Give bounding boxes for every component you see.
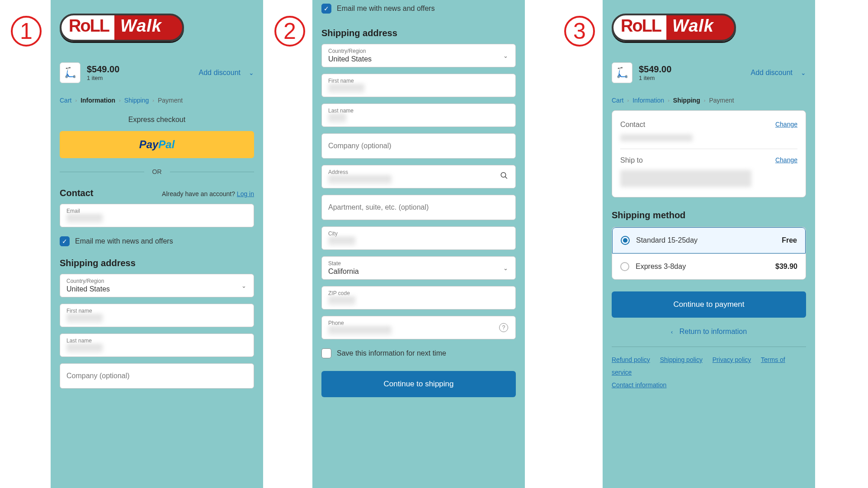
- country-select[interactable]: Country/Region United States ⌄: [60, 274, 254, 297]
- order-item-count: 1 item: [639, 75, 671, 81]
- state-select[interactable]: State California ⌄: [321, 256, 516, 280]
- review-shipto-label: Ship to: [620, 156, 643, 164]
- radio-selected-icon: [621, 236, 630, 245]
- order-summary: 🛴 $549.00 1 item Add discount ⌄: [60, 57, 254, 89]
- save-info-label: Save this information for next time: [337, 349, 446, 357]
- logo-text-walk: Walk: [120, 16, 162, 36]
- breadcrumb: Cart › Information › Shipping › Payment: [51, 89, 263, 110]
- shipping-method-heading: Shipping method: [612, 210, 806, 221]
- review-card: Contact Change Ship to Change: [612, 110, 806, 197]
- chevron-left-icon: ‹: [671, 328, 673, 335]
- help-icon[interactable]: ?: [499, 323, 508, 332]
- news-checkbox[interactable]: ✓: [321, 4, 331, 14]
- crumb-shipping[interactable]: Shipping: [124, 97, 149, 104]
- chevron-down-icon: ⌄: [503, 52, 508, 59]
- svg-line-1: [505, 177, 507, 179]
- paypal-button[interactable]: PayPal: [60, 131, 254, 158]
- radio-unselected-icon: [620, 262, 629, 271]
- review-shipto-value: [620, 170, 751, 187]
- return-to-information-link[interactable]: ‹ Return to information: [603, 318, 815, 340]
- login-link[interactable]: Log in: [237, 190, 254, 197]
- email-field[interactable]: Email: [60, 204, 254, 227]
- footer-links: Refund policy Shipping policy Privacy po…: [603, 353, 815, 391]
- chevron-down-icon: ⌄: [801, 69, 806, 76]
- continue-to-shipping-button[interactable]: Continue to shipping: [321, 371, 516, 397]
- chevron-down-icon: ⌄: [503, 265, 508, 272]
- shipping-policy-link[interactable]: Shipping policy: [660, 356, 703, 363]
- crumb-shipping: Shipping: [673, 97, 700, 104]
- logo-text-roll: RoLL: [69, 16, 109, 36]
- step-badge-2: 2: [274, 16, 305, 47]
- logo: RoLL Walk: [51, 0, 263, 52]
- contact-heading: Contact: [60, 188, 93, 198]
- step-badge-3: 3: [564, 16, 595, 47]
- shipping-address-heading: Shipping address: [321, 28, 397, 38]
- add-discount-link[interactable]: Add discount ⌄: [750, 69, 806, 77]
- address-field[interactable]: Address: [321, 165, 516, 188]
- svg-point-0: [501, 173, 506, 178]
- company-field[interactable]: Company (optional): [321, 133, 516, 159]
- shipping-option-price: $39.90: [775, 263, 797, 271]
- news-checkbox-label: Email me with news and offers: [337, 5, 435, 13]
- review-contact-label: Contact: [620, 121, 645, 129]
- crumb-cart[interactable]: Cart: [612, 97, 623, 104]
- shipping-address-heading: Shipping address: [60, 258, 136, 268]
- first-name-field[interactable]: First name: [321, 74, 516, 97]
- contact-info-link[interactable]: Contact information: [612, 381, 666, 389]
- crumb-cart[interactable]: Cart: [60, 97, 71, 104]
- save-info-checkbox[interactable]: [321, 348, 331, 358]
- shipping-option-standard[interactable]: Standard 15-25day Free: [612, 227, 806, 253]
- city-field[interactable]: City: [321, 226, 516, 250]
- zip-field[interactable]: ZIP code: [321, 286, 516, 310]
- step-badge-1: 1: [11, 16, 42, 47]
- crumb-information: Information: [80, 97, 115, 104]
- news-checkbox-label: Email me with news and offers: [75, 237, 173, 245]
- apartment-field[interactable]: Apartment, suite, etc. (optional): [321, 195, 516, 220]
- phone-field[interactable]: Phone ?: [321, 316, 516, 339]
- express-checkout-label: Express checkout: [51, 110, 263, 131]
- order-price: $549.00: [87, 64, 119, 75]
- review-contact-value: [620, 134, 693, 141]
- first-name-field[interactable]: First name: [60, 304, 254, 327]
- change-shipto-link[interactable]: Change: [775, 156, 797, 164]
- last-name-field[interactable]: Last name: [60, 333, 254, 357]
- product-thumbnail: 🛴: [612, 62, 632, 83]
- logo: RoLL Walk: [603, 0, 815, 52]
- logo-text-roll: RoLL: [621, 16, 661, 36]
- news-checkbox[interactable]: ✓: [60, 236, 70, 246]
- crumb-payment: Payment: [709, 97, 734, 104]
- login-prompt: Already have an account? Log in: [162, 190, 254, 197]
- checkout-panel-address-form: ✓ Email me with news and offers Shipping…: [312, 0, 525, 488]
- chevron-down-icon: ⌄: [249, 69, 254, 76]
- crumb-information[interactable]: Information: [632, 97, 664, 104]
- order-summary: 🛴 $549.00 1 item Add discount ⌄: [612, 57, 806, 89]
- country-select[interactable]: Country/Region United States ⌄: [321, 44, 516, 67]
- continue-to-payment-button[interactable]: Continue to payment: [612, 291, 806, 318]
- last-name-field[interactable]: Last name: [321, 103, 516, 127]
- order-item-count: 1 item: [87, 75, 119, 81]
- search-icon: [500, 172, 508, 182]
- product-thumbnail: 🛴: [60, 62, 80, 83]
- order-price: $549.00: [639, 64, 671, 75]
- checkout-panel-shipping: RoLL Walk 🛴 $549.00 1 item Add discount …: [603, 0, 815, 488]
- crumb-payment: Payment: [158, 97, 183, 104]
- add-discount-link[interactable]: Add discount ⌄: [198, 69, 254, 77]
- company-field[interactable]: Company (optional): [60, 363, 254, 389]
- shipping-option-express[interactable]: Express 3-8day $39.90: [612, 253, 806, 279]
- logo-text-walk: Walk: [672, 16, 714, 36]
- change-contact-link[interactable]: Change: [775, 121, 797, 129]
- refund-policy-link[interactable]: Refund policy: [612, 356, 650, 363]
- shipping-option-price: Free: [782, 236, 797, 244]
- chevron-down-icon: ⌄: [241, 282, 246, 289]
- checkout-panel-information: RoLL Walk 🛴 $549.00 1 item Add discount …: [51, 0, 263, 488]
- or-divider: OR: [60, 168, 254, 175]
- privacy-policy-link[interactable]: Privacy policy: [712, 356, 751, 363]
- shipping-options: Standard 15-25day Free Express 3-8day $3…: [612, 227, 806, 280]
- breadcrumb: Cart › Information › Shipping › Payment: [603, 89, 815, 110]
